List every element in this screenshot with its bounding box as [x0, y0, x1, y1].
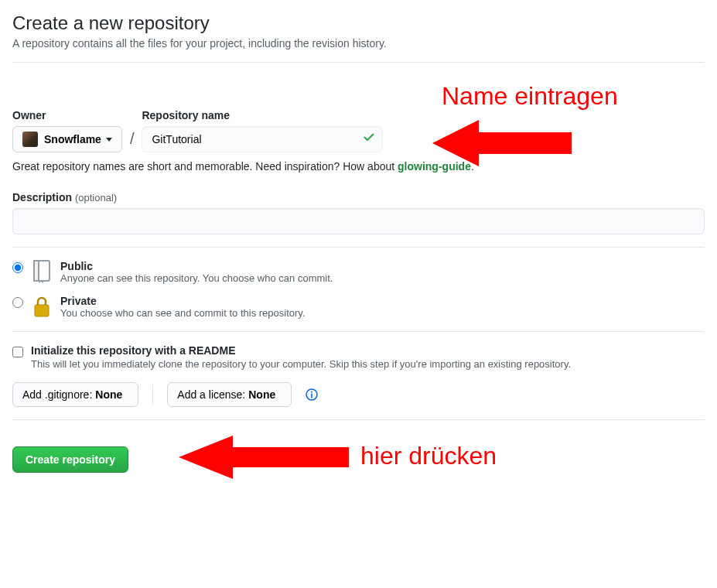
- visibility-private-title: Private: [60, 295, 306, 307]
- svg-point-6: [311, 391, 312, 393]
- svg-marker-3: [39, 281, 43, 283]
- owner-select[interactable]: Snowflame: [12, 126, 122, 152]
- annotation-name-label: Name eintragen: [442, 82, 618, 111]
- description-optional: (optional): [75, 192, 117, 203]
- slash-separator: /: [125, 130, 139, 152]
- license-select[interactable]: Add a license: None: [167, 382, 292, 407]
- name-hint: Great repository names are short and mem…: [12, 160, 705, 173]
- divider: [152, 385, 153, 405]
- divider: [12, 331, 705, 332]
- svg-marker-0: [432, 120, 572, 166]
- divider: [12, 62, 705, 63]
- annotation-press-label: hier drücken: [360, 442, 497, 470]
- gitignore-select[interactable]: Add .gitignore: None: [12, 382, 138, 407]
- chevron-down-icon: [106, 138, 112, 142]
- init-readme-title: Initialize this repository with a README: [31, 344, 571, 357]
- info-icon[interactable]: [306, 388, 318, 401]
- visibility-private-radio[interactable]: [12, 297, 23, 308]
- repo-name-input[interactable]: [142, 126, 383, 152]
- divider: [12, 247, 705, 248]
- divider: [12, 419, 705, 420]
- init-readme-checkbox[interactable]: [12, 347, 23, 357]
- create-repository-button[interactable]: Create repository: [12, 446, 128, 473]
- page-subtitle: A repository contains all the files for …: [12, 37, 705, 50]
- repo-name-label: Repository name: [142, 109, 383, 121]
- visibility-public-radio[interactable]: [12, 262, 23, 273]
- page-title: Create a new repository: [12, 12, 705, 34]
- svg-marker-8: [179, 436, 349, 479]
- avatar: [22, 132, 38, 147]
- annotation-arrow-press: [179, 434, 349, 480]
- check-icon: [363, 132, 375, 147]
- owner-label: Owner: [12, 109, 122, 121]
- owner-name: Snowflame: [44, 133, 101, 145]
- visibility-private-desc: You choose who can see and commit to thi…: [60, 307, 306, 319]
- description-label: Description: [12, 191, 72, 203]
- init-readme-desc: This will let you immediately clone the …: [31, 358, 571, 370]
- lock-icon: [31, 295, 53, 318]
- name-suggestion-link[interactable]: glowing-guide: [398, 160, 471, 173]
- visibility-public-desc: Anyone can see this repository. You choo…: [60, 272, 333, 284]
- repo-icon: [31, 260, 53, 283]
- svg-rect-2: [34, 261, 39, 281]
- visibility-public-title: Public: [60, 260, 333, 272]
- svg-rect-4: [35, 305, 49, 316]
- description-input[interactable]: [12, 208, 705, 234]
- svg-rect-7: [311, 394, 312, 398]
